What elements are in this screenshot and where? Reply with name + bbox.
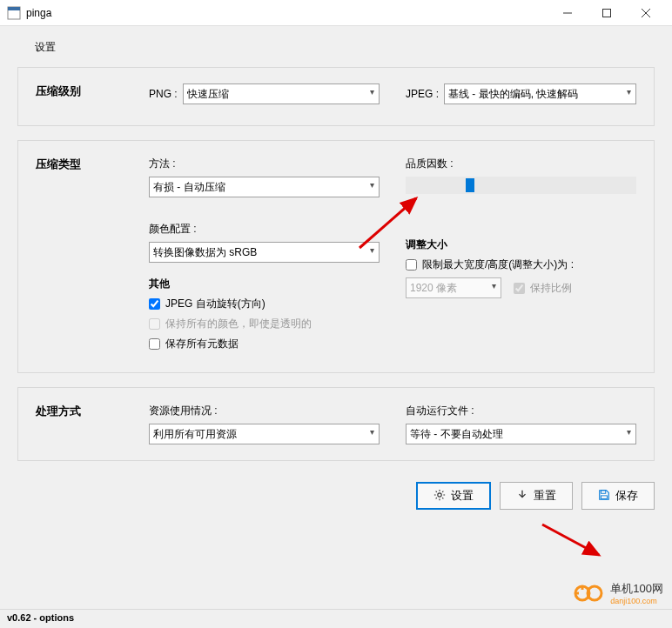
- resize-heading: 调整大小: [406, 237, 636, 252]
- method-label: 方法 :: [149, 157, 380, 171]
- panel-processing: 处理方式 资源使用情况 : 利用所有可用资源 自动运行文件 : 等待 - 不要自…: [17, 387, 655, 461]
- svg-point-6: [438, 492, 441, 496]
- page-title: 设置: [35, 40, 655, 55]
- svg-rect-3: [602, 9, 610, 17]
- png-select[interactable]: 快速压缩: [183, 84, 380, 104]
- preserve-colors-checkbox: 保持所有的颜色，即使是透明的: [149, 317, 380, 331]
- svg-rect-8: [601, 495, 608, 498]
- panel-compression-type: 压缩类型 方法 : 有损 - 自动压缩 颜色配置 : 转换图像数据为 sRGB …: [17, 140, 655, 373]
- jpeg-label: JPEG :: [406, 88, 439, 100]
- titlebar: pinga: [0, 0, 672, 26]
- auto-label: 自动运行文件 :: [406, 404, 636, 418]
- method-select[interactable]: 有损 - 自动压缩: [149, 177, 380, 197]
- window-title: pinga: [26, 7, 548, 19]
- settings-button[interactable]: 设置: [416, 482, 491, 510]
- panel-compression-level: 压缩级别 PNG : 快速压缩 JPEG : 基线 - 最快的编码, 快速解码: [17, 67, 655, 126]
- maximize-button[interactable]: [587, 0, 626, 26]
- quality-label: 品质因数 :: [406, 157, 636, 171]
- quality-slider[interactable]: [406, 177, 636, 194]
- limit-max-checkbox[interactable]: 限制最大宽度/高度(调整大小)为 :: [406, 257, 636, 272]
- reset-button[interactable]: 重置: [500, 482, 573, 510]
- compression-type-heading: 压缩类型: [36, 157, 149, 357]
- resource-select[interactable]: 利用所有可用资源: [149, 424, 380, 444]
- quality-slider-thumb[interactable]: [466, 178, 474, 192]
- watermark-url: danji100.com: [610, 597, 663, 605]
- other-heading: 其他: [149, 277, 380, 291]
- color-label: 颜色配置 :: [149, 222, 380, 237]
- png-label: PNG :: [149, 88, 178, 100]
- color-select[interactable]: 转换图像数据为 sRGB: [149, 242, 380, 263]
- compression-level-heading: 压缩级别: [36, 84, 149, 110]
- annotation-arrow-icon: [538, 520, 608, 564]
- jpeg-select[interactable]: 基线 - 最快的编码, 快速解码: [444, 84, 636, 104]
- down-arrow-icon: [516, 489, 528, 504]
- keep-ratio-checkbox: 保持比例: [514, 281, 572, 296]
- preserve-metadata-checkbox[interactable]: 保存所有元数据: [149, 337, 380, 351]
- jpeg-autorotate-checkbox[interactable]: JPEG 自动旋转(方向): [149, 297, 380, 311]
- app-icon: [7, 6, 21, 20]
- close-button[interactable]: [626, 0, 665, 26]
- svg-line-14: [542, 524, 599, 555]
- footer-buttons: 设置 重置 保存: [0, 475, 672, 524]
- watermark-logo-icon: [574, 583, 605, 604]
- processing-heading: 处理方式: [36, 404, 149, 444]
- save-icon: [598, 489, 610, 504]
- minimize-button[interactable]: [548, 0, 587, 26]
- gear-icon: [433, 489, 446, 504]
- watermark-name: 单机100网: [610, 581, 663, 597]
- resource-label: 资源使用情况 :: [149, 404, 380, 418]
- watermark: 单机100网 danji100.com: [574, 581, 663, 605]
- svg-rect-1: [8, 7, 20, 10]
- auto-select[interactable]: 等待 - 不要自动处理: [406, 424, 636, 444]
- save-button[interactable]: 保存: [581, 482, 655, 510]
- pixels-select[interactable]: 1920 像素: [406, 277, 501, 298]
- status-bar: v0.62 - options: [0, 609, 672, 628]
